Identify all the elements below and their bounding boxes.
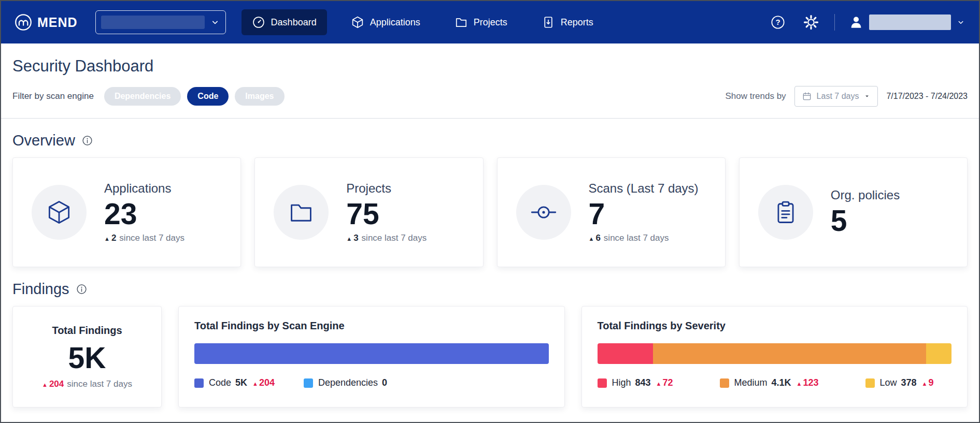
tab-projects[interactable]: Projects [444, 9, 518, 35]
overview-info-button[interactable] [81, 135, 93, 147]
user-name-redacted [869, 14, 951, 30]
tab-label: Applications [370, 17, 420, 28]
findings-by-severity-card: Total Findings by Severity High 843 ▲ 72… [581, 306, 968, 407]
info-icon [76, 283, 88, 295]
filter-pill-dependencies[interactable]: Dependencies [104, 87, 181, 106]
legend-item-high: High 843 ▲ 72 [598, 377, 673, 388]
gear-icon [803, 14, 819, 30]
clipboard-icon [758, 185, 813, 240]
help-button[interactable]: ? [768, 12, 788, 32]
cube-icon [32, 185, 87, 240]
header-divider [1, 118, 979, 119]
severity-bar-chart [598, 343, 952, 364]
engine-bar-chart [194, 343, 549, 364]
card-value: 7 [589, 199, 699, 230]
chevron-down-icon [210, 17, 220, 27]
card-title: Total Findings [52, 325, 122, 337]
page-title: Security Dashboard [1, 43, 979, 80]
card-delta: ▲ 2 since last 7 days [104, 233, 184, 243]
legend-delta: ▲ 72 [656, 377, 673, 388]
trends-period-dropdown[interactable]: Last 7 days [794, 86, 878, 107]
card-title: Total Findings by Severity [598, 320, 726, 331]
findings-by-engine-card: Total Findings by Scan Engine Code 5K ▲ … [178, 306, 565, 407]
trend-up-icon: ▲ [656, 381, 662, 387]
trend-up-icon: ▲ [104, 236, 110, 242]
nav-right-actions: ? [768, 12, 965, 32]
tab-label: Dashboard [271, 17, 317, 28]
legend-item-dependencies: Dependencies 0 [304, 377, 387, 388]
filter-pill-code[interactable]: Code [187, 87, 229, 106]
scan-node-icon [516, 185, 571, 240]
card-value: 5 [831, 206, 900, 237]
legend-swatch [194, 378, 204, 388]
engine-legend: Code 5K ▲ 204 Dependencies 0 [194, 377, 549, 388]
legend-swatch [865, 378, 875, 388]
org-selector-redacted-value [101, 16, 205, 29]
top-nav: MEND Dashboard [1, 1, 979, 43]
chevron-down-icon [863, 93, 871, 100]
legend-delta: ▲ 204 [252, 377, 275, 388]
tab-reports[interactable]: Reports [531, 9, 604, 35]
user-menu[interactable] [848, 14, 965, 30]
card-delta: ▲ 3 since last 7 days [346, 233, 427, 243]
findings-info-button[interactable] [76, 283, 88, 295]
folder-icon [455, 16, 468, 29]
settings-button[interactable] [801, 12, 821, 32]
tab-label: Reports [561, 17, 593, 28]
total-findings-card: Total Findings 5K ▲ 204 since last 7 day… [12, 306, 162, 407]
card-label: Org. policies [831, 188, 900, 202]
filter-row: Filter by scan engine Dependencies Code … [1, 80, 979, 118]
tab-applications[interactable]: Applications [340, 9, 431, 35]
trends-period-value: Last 7 days [817, 92, 859, 101]
card-label: Projects [346, 181, 427, 196]
org-selector-dropdown[interactable] [95, 10, 226, 34]
user-avatar-icon [848, 14, 864, 30]
engine-bar-segment-code [194, 343, 549, 364]
trend-up-icon: ▲ [589, 236, 594, 242]
mend-logo-icon [15, 13, 32, 31]
legend-item-code: Code 5K ▲ 204 [194, 377, 275, 388]
filter-pill-images[interactable]: Images [235, 87, 284, 106]
applications-card: Applications 23 ▲ 2 since last 7 days [12, 157, 241, 267]
legend-item-low: Low 378 ▲ 9 [865, 377, 934, 388]
card-label: Scans (Last 7 days) [589, 181, 699, 196]
dashboard-gauge-icon [252, 16, 265, 29]
card-delta: ▲ 6 since last 7 days [589, 233, 699, 243]
legend-item-medium: Medium 4.1K ▲ 123 [720, 377, 819, 388]
report-document-icon [542, 16, 555, 29]
trend-up-icon: ▲ [922, 381, 928, 387]
card-title: Total Findings by Scan Engine [194, 320, 345, 331]
overview-section-head: Overview [12, 132, 968, 149]
scans-card: Scans (Last 7 days) 7 ▲ 6 since last 7 d… [497, 157, 726, 267]
tab-dashboard[interactable]: Dashboard [242, 9, 327, 35]
svg-text:?: ? [775, 18, 780, 26]
filter-label: Filter by scan engine [12, 91, 94, 101]
legend-delta: ▲ 123 [797, 377, 819, 388]
total-findings-value: 5K [68, 341, 106, 375]
card-label: Applications [104, 181, 184, 196]
mend-logo[interactable]: MEND [15, 13, 78, 31]
trend-up-icon: ▲ [252, 381, 258, 387]
trends-controls: Show trends by Last 7 days 7/17/2023 - 7… [725, 86, 968, 107]
legend-swatch [720, 378, 729, 388]
calendar-icon [802, 91, 812, 101]
chevron-down-icon [956, 18, 965, 27]
trend-up-icon: ▲ [42, 382, 48, 388]
folder-icon [274, 185, 329, 240]
main-tabs: Dashboard Applications Projects [242, 9, 604, 35]
card-value: 75 [346, 199, 427, 230]
nav-divider [834, 14, 835, 31]
severity-legend: High 843 ▲ 72 Medium 4.1K ▲ 123 Low 37 [598, 377, 952, 388]
date-range-text: 7/17/2023 - 7/24/2023 [886, 92, 968, 101]
findings-section-head: Findings [12, 281, 968, 298]
card-value: 23 [104, 199, 184, 230]
info-icon [81, 135, 93, 147]
findings-title: Findings [12, 281, 69, 298]
overview-cards: Applications 23 ▲ 2 since last 7 days Pr… [1, 157, 979, 267]
severity-segment-low [926, 343, 951, 364]
overview-title: Overview [12, 132, 75, 149]
help-icon: ? [770, 14, 786, 30]
severity-segment-high [598, 343, 654, 364]
findings-cards: Total Findings 5K ▲ 204 since last 7 day… [1, 306, 979, 421]
cube-icon [351, 16, 364, 29]
